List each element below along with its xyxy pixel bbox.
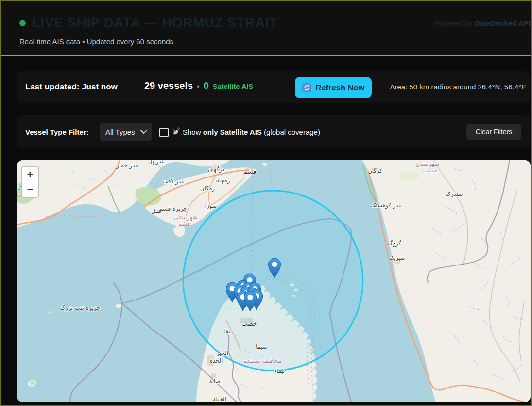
map-label: سيما: [256, 343, 267, 350]
map-label: بخا: [223, 328, 230, 335]
map-label: بندر خمیر: [116, 162, 138, 169]
vessel-count-group: 29 vessels • 0 Satellite AIS: [144, 80, 253, 91]
map-label: الجير: [216, 350, 228, 357]
vessel-type-select[interactable]: All Types: [100, 123, 152, 141]
powered-prefix: Powered by: [434, 19, 474, 27]
map-container: + −: [17, 160, 531, 402]
satellite-filter-text: Show only Satellite AIS (global coverage…: [183, 128, 320, 136]
map-label: الخيلة: [213, 396, 226, 402]
map-label: بندر کوهستک: [371, 202, 401, 209]
powered-brand: DataDocked API: [475, 19, 531, 27]
vessel-type-selected-value: All Types: [105, 128, 135, 136]
satellite-filter-bold: only Satellite AIS: [203, 128, 262, 136]
radius-circle-layer: [183, 191, 363, 371]
satellite-filter-suffix: (global coverage): [262, 128, 320, 136]
map-label: جزیره قشم: [159, 205, 188, 212]
zoom-out-button[interactable]: −: [22, 182, 38, 197]
header: LIVE SHIP DATA — HORMUZ STRAIT Real-time…: [1, 1, 531, 56]
map-label: سیریک: [389, 254, 405, 262]
zoom-in-button[interactable]: +: [22, 167, 38, 182]
page-title: LIVE SHIP DATA — HORMUZ STRAIT: [32, 15, 278, 31]
map-label: طبل: [151, 208, 161, 214]
filter-bar: Vessel Type Filter: All Types Show only …: [17, 115, 530, 148]
live-status-dot: [19, 20, 26, 26]
powered-by: Powered by DataDocked API: [434, 19, 531, 27]
map-label: بندر لافت: [162, 178, 184, 185]
map-label: رمکان: [200, 185, 215, 192]
radius-circle: [183, 191, 363, 371]
area-description: Area: 50 km radius around 26.4°N, 56.4°E: [390, 83, 527, 91]
map-label: قشم: [178, 220, 190, 227]
last-updated-text: Last updated: Just now: [25, 82, 118, 92]
refresh-icon: [302, 83, 311, 92]
map-label: محافظة مسندم: [243, 357, 281, 364]
satellite-count-label: Satellite AIS: [213, 83, 253, 90]
map-label: ضاية: [209, 378, 221, 385]
vessel-count: 29 vessels: [144, 80, 193, 91]
status-bar: Last updated: Just now 29 vessels • 0 Sa…: [17, 71, 530, 103]
separator-dot: •: [197, 82, 200, 91]
vessel-type-filter-label: Vessel Type Filter:: [25, 128, 89, 136]
map-label: الحدة: [210, 357, 223, 364]
map-label: گروگ: [388, 240, 401, 247]
satellite-only-checkbox[interactable]: [159, 128, 169, 137]
map-label: سوزا: [205, 202, 217, 210]
map-canvas[interactable]: بندر خمیربندر پلدرگهانقشمرمچاهبندر لافتر…: [17, 160, 531, 402]
map-zoom-control: + −: [21, 166, 39, 198]
satellite-filter-prefix: Show: [183, 128, 203, 136]
map-label: جزیره تنب بزرگ: [60, 304, 100, 312]
map-label: رمچاه: [216, 177, 230, 184]
map-label: میناب: [423, 167, 437, 174]
map-label: درگهان: [208, 166, 224, 173]
clear-filters-button[interactable]: Clear Filters: [466, 124, 521, 140]
map-label: ليماء: [274, 368, 285, 374]
live-ship-dashboard: { "header": { "title": "LIVE SHIP DATA —…: [0, 0, 532, 406]
map-label: سندرک: [446, 191, 463, 198]
chevron-down-icon: [140, 127, 147, 134]
map-label: خصب: [241, 320, 257, 327]
refresh-now-button[interactable]: Refresh Now: [295, 77, 372, 98]
satellite-count: 0: [204, 80, 209, 91]
map-label: کرگان: [368, 167, 382, 175]
map-label: قشم: [243, 168, 256, 176]
satellite-dish-icon: [171, 127, 180, 138]
map-label: بندر پل: [148, 160, 165, 165]
refresh-button-label: Refresh Now: [316, 83, 365, 92]
subtitle: Real-time AIS data • Updated every 60 se…: [19, 37, 173, 46]
